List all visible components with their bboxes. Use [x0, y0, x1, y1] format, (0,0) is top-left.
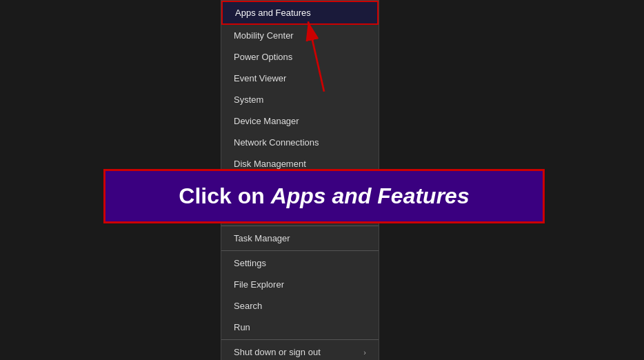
menu-item-label: Search — [234, 301, 262, 311]
menu-item-label: Network Connections — [234, 137, 319, 148]
arrow-annotation — [303, 15, 345, 101]
menu-separator — [221, 226, 379, 226]
context-menu-lower: Windows PowerShell Task Manager Settings… — [221, 203, 379, 360]
svg-line-1 — [308, 21, 324, 92]
menu-item-label: Apps and Features — [235, 8, 311, 18]
menu-item-label: Settings — [234, 258, 266, 268]
submenu-arrow-icon: › — [363, 348, 366, 357]
menu-item-apps-features[interactable]: Apps and Features — [221, 1, 379, 25]
menu-item-shutdown[interactable]: Shut down or sign out › — [221, 341, 379, 360]
menu-item-file-explorer[interactable]: File Explorer — [221, 274, 379, 295]
menu-item-network-connections[interactable]: Network Connections — [221, 132, 379, 153]
menu-item-event-viewer[interactable]: Event Viewer — [221, 68, 379, 89]
instruction-banner: Click on Apps and Features — [103, 169, 545, 223]
menu-separator — [221, 250, 379, 251]
instruction-prefix: Click on — [179, 183, 270, 208]
menu-item-label: Power Options — [234, 52, 292, 62]
menu-item-system[interactable]: System — [221, 89, 379, 110]
instruction-text: Click on Apps and Features — [126, 183, 522, 209]
menu-item-device-manager[interactable]: Device Manager — [221, 110, 379, 132]
instruction-emphasis: Apps and Features — [271, 183, 470, 208]
menu-item-label: Run — [234, 322, 250, 332]
menu-item-settings[interactable]: Settings — [221, 252, 379, 274]
menu-item-mobility-center[interactable]: Mobility Center — [221, 25, 379, 46]
menu-item-label: Mobility Center — [234, 30, 294, 41]
menu-item-run[interactable]: Run — [221, 317, 379, 338]
menu-separator — [221, 339, 379, 340]
menu-item-label: Disk Management — [234, 159, 306, 169]
menu-item-label: System — [234, 94, 263, 105]
menu-item-label: File Explorer — [234, 279, 284, 290]
menu-item-label: Task Manager — [234, 233, 290, 243]
menu-item-label: Event Viewer — [234, 73, 286, 83]
context-menu-upper: Apps and Features Mobility Center Power … — [221, 0, 379, 175]
menu-item-label: Device Manager — [234, 116, 299, 126]
menu-item-search[interactable]: Search — [221, 295, 379, 317]
menu-item-power-options[interactable]: Power Options — [221, 46, 379, 68]
menu-item-task-manager[interactable]: Task Manager — [221, 228, 379, 249]
menu-item-label: Shut down or sign out — [234, 347, 321, 357]
